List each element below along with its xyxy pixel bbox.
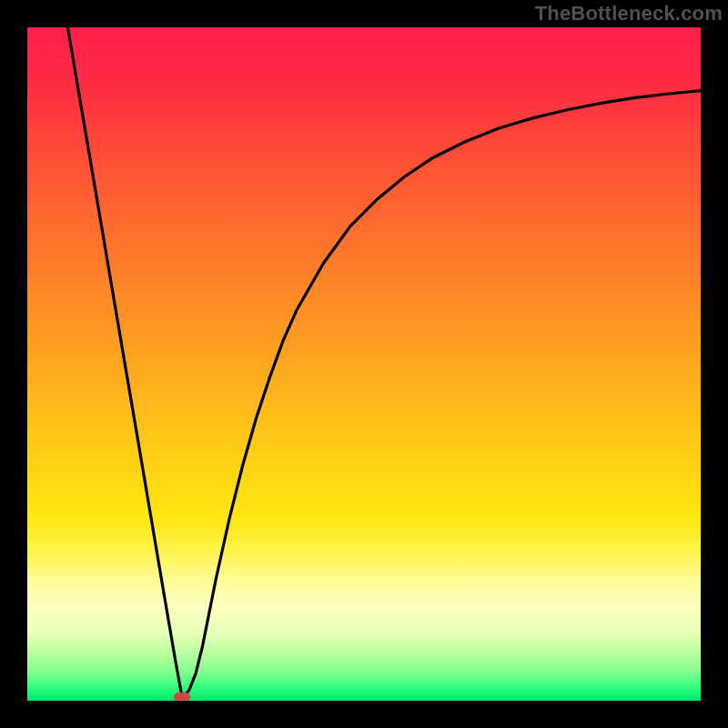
plot-area <box>27 27 701 701</box>
optimal-point-marker <box>174 693 190 701</box>
attribution-label: TheBottleneck.com <box>535 2 723 25</box>
bottleneck-curve-path <box>67 27 701 697</box>
curve-svg <box>27 27 701 701</box>
chart-frame: TheBottleneck.com <box>0 0 728 728</box>
